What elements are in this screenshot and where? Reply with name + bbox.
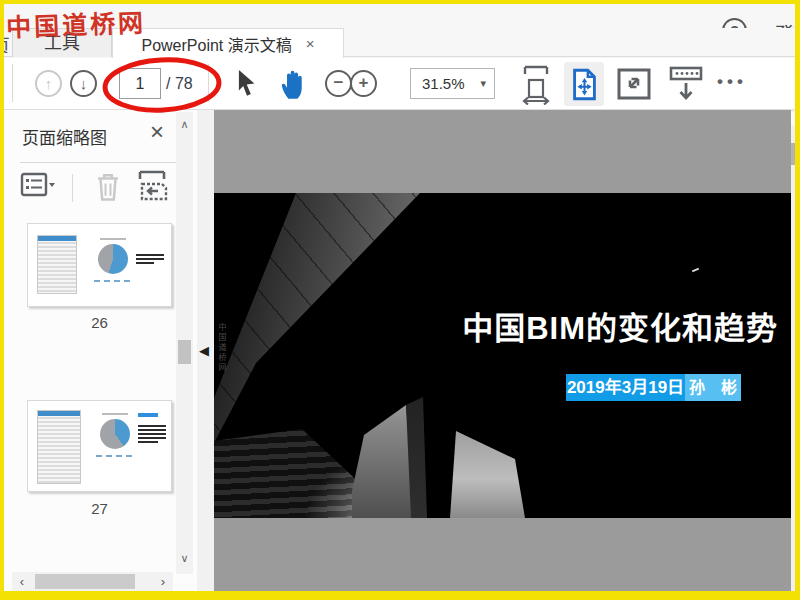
- zoom-out-button[interactable]: −: [325, 70, 352, 97]
- tab-document[interactable]: PowerPoint 演示文稿 ×: [112, 28, 344, 58]
- page-total-label: / 78: [166, 75, 193, 93]
- app-window: 中国道桥网 ? 登录 页 工具 PowerPoint 演示文稿 × ↑ ↓ 1 …: [0, 0, 800, 600]
- mini-chart-legend: [94, 280, 132, 282]
- page-number-input[interactable]: 1: [119, 68, 161, 99]
- mini-text: [138, 429, 166, 431]
- minus-icon: −: [327, 72, 350, 94]
- fullscreen-icon: [617, 68, 651, 100]
- mini-heading: [138, 413, 158, 417]
- date-badge: 2019年3月19日: [566, 374, 685, 401]
- scrollbar-thumb[interactable]: [35, 574, 135, 589]
- tab-close-icon[interactable]: ×: [306, 35, 315, 52]
- delete-page-button[interactable]: [94, 171, 122, 202]
- slide-badges: 2019年3月19日 孙 彬: [566, 374, 741, 401]
- slide-title: 中国BIM的变化和趋势: [462, 303, 778, 348]
- collapse-panel-icon[interactable]: ◀: [199, 343, 209, 358]
- tab-document-label: PowerPoint 演示文稿: [141, 32, 291, 56]
- chevron-left-icon[interactable]: ‹: [12, 574, 32, 589]
- select-tool-button[interactable]: [236, 70, 258, 97]
- zoom-level-select[interactable]: 31.5% ▾: [410, 68, 495, 99]
- page-actions-button[interactable]: [136, 169, 170, 203]
- photo-speck: [692, 268, 699, 272]
- up-arrow-icon: ↑: [37, 72, 60, 95]
- fit-page-icon: [571, 68, 598, 101]
- fit-width-button[interactable]: [522, 65, 550, 105]
- caret-down-icon: ▾: [480, 77, 486, 90]
- mini-text: [138, 441, 158, 443]
- thumbnails-panel: 页面缩略图 ×: [4, 110, 197, 591]
- thumbnail-options-button[interactable]: [20, 172, 56, 198]
- chevron-up-icon[interactable]: ∧: [176, 118, 193, 131]
- zoom-in-button[interactable]: +: [350, 70, 377, 97]
- thumbnail-page-26[interactable]: [27, 223, 172, 307]
- mini-text: [136, 262, 154, 264]
- plus-icon: +: [352, 72, 375, 94]
- slide-watermark: 中国道桥网: [216, 323, 227, 373]
- thumbnail-page-number: 26: [27, 314, 172, 331]
- thumbnail-page-number: 27: [27, 500, 172, 517]
- panel-title: 页面缩略图: [22, 124, 107, 149]
- mini-pie-chart: [98, 244, 128, 274]
- scrollbar-button[interactable]: [791, 112, 795, 126]
- pointer-arrow-icon: [236, 70, 258, 97]
- next-page-button[interactable]: ↓: [70, 70, 97, 97]
- scrollbar-thumb[interactable]: [791, 143, 795, 165]
- sidebar-vertical-scrollbar[interactable]: ∧ ∨: [176, 112, 193, 574]
- toolbar-separator: [12, 64, 13, 102]
- fit-width-icon: [522, 65, 550, 105]
- mini-text: [138, 425, 166, 427]
- hand-tool-button[interactable]: [277, 67, 308, 100]
- mini-chart-title: [102, 413, 128, 415]
- previous-page-button[interactable]: ↑: [35, 70, 62, 97]
- mini-text: [136, 258, 164, 260]
- mini-text: [136, 254, 164, 256]
- panel-close-icon[interactable]: ×: [150, 118, 164, 146]
- mini-text: [138, 433, 166, 435]
- sidebar-horizontal-scrollbar[interactable]: ‹ ›: [12, 572, 173, 591]
- scrollbar-thumb[interactable]: [178, 340, 191, 364]
- zoom-level-value: 31.5%: [422, 75, 480, 92]
- down-arrow-icon: ↓: [72, 72, 95, 95]
- divider: [20, 162, 190, 163]
- extract-page-icon: [136, 169, 170, 203]
- document-canvas: 中国道桥网 中国BIM的变化和趋势 2019年3月19日 孙 彬: [214, 110, 791, 591]
- slide-page-1: 中国道桥网 中国BIM的变化和趋势 2019年3月19日 孙 彬: [214, 193, 791, 518]
- document-vertical-scrollbar[interactable]: [791, 110, 795, 591]
- more-tools-button[interactable]: •••: [717, 72, 747, 92]
- options-list-icon: [20, 172, 56, 198]
- thumbnail-page-27[interactable]: [27, 400, 172, 492]
- mini-chart-title: [100, 238, 126, 240]
- mini-pie-chart: [100, 419, 130, 449]
- mini-chart-legend: [96, 455, 134, 457]
- hide-toolbar-icon: [669, 66, 703, 102]
- hide-toolbar-button[interactable]: [669, 66, 703, 102]
- chevron-right-icon[interactable]: ›: [153, 574, 173, 589]
- chevron-down-icon[interactable]: ∨: [176, 552, 193, 565]
- hand-icon: [277, 67, 308, 100]
- trash-icon: [94, 171, 122, 202]
- mini-table: [37, 235, 77, 294]
- site-watermark: 中国道桥网: [5, 3, 146, 44]
- divider: [72, 174, 73, 202]
- toolbar-separator: [208, 64, 209, 102]
- author-badge: 孙 彬: [685, 374, 741, 401]
- mini-table: [37, 410, 81, 484]
- fit-page-button[interactable]: [564, 62, 604, 106]
- mini-text: [138, 437, 166, 439]
- fullscreen-button[interactable]: [617, 68, 651, 100]
